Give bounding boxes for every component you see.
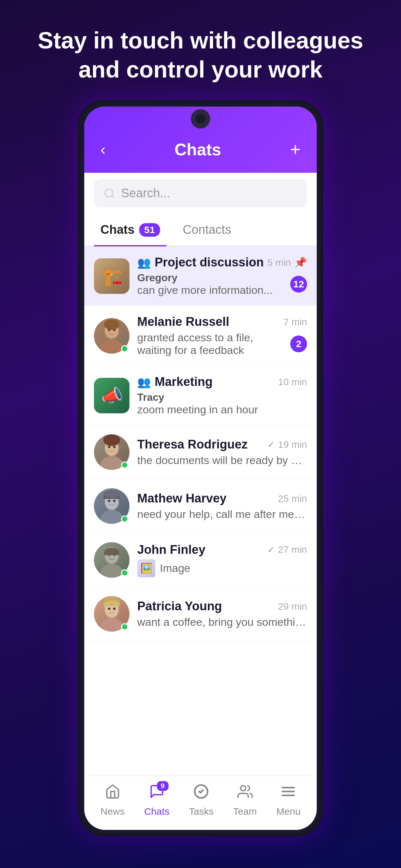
tab-chats[interactable]: Chats 51 xyxy=(94,214,166,246)
svg-point-8 xyxy=(104,319,120,330)
chat-name: Marketing xyxy=(155,375,212,389)
svg-point-12 xyxy=(108,446,111,448)
back-button[interactable]: ‹ xyxy=(100,141,105,158)
svg-point-23 xyxy=(100,564,123,578)
chat-name-row: 👥 Marketing xyxy=(137,375,212,389)
chat-header-row: Mathew Harvey 25 min xyxy=(137,492,307,505)
chats-badge: 51 xyxy=(139,223,160,237)
nav-label-tasks: Tasks xyxy=(189,806,214,817)
image-preview-icon: 🖼️ xyxy=(137,559,155,578)
chat-time: 5 min 📌 xyxy=(267,256,307,269)
chat-time: ✓ 27 min xyxy=(267,544,307,555)
chat-item[interactable]: Theresa Rodriguez ✓ 19 min the documents… xyxy=(84,425,317,479)
chat-time: ✓ 19 min xyxy=(267,439,307,450)
avatar-wrapper xyxy=(94,488,129,524)
svg-point-35 xyxy=(241,786,246,791)
svg-point-21 xyxy=(103,490,120,498)
chat-content: 👥 Project discussion 5 min 📌 Gregory can… xyxy=(137,255,307,297)
svg-point-31 xyxy=(108,608,111,610)
chat-message: can give more information... xyxy=(137,284,273,297)
avatar-wrapper xyxy=(94,542,129,578)
hero-title: Stay in touch with colleagues and contro… xyxy=(26,26,375,84)
nav-item-tasks[interactable]: Tasks xyxy=(189,784,214,817)
nav-label-menu: Menu xyxy=(276,806,301,817)
phone-frame: ‹ Chats + Search... Chats 51 Contacts xyxy=(78,100,323,836)
online-indicator xyxy=(121,623,128,630)
chat-name: Theresa Rodriguez xyxy=(137,438,248,452)
svg-point-32 xyxy=(113,608,116,610)
unread-badge: 12 xyxy=(290,276,307,292)
nav-item-menu[interactable]: Menu xyxy=(276,784,301,817)
tab-contacts[interactable]: Contacts xyxy=(176,214,238,246)
team-icon xyxy=(237,784,253,803)
chat-item[interactable]: John Finley ✓ 27 min 🖼️ Image xyxy=(84,533,317,587)
svg-point-13 xyxy=(113,446,116,448)
message-with-image: 🖼️ Image xyxy=(137,559,307,578)
svg-rect-27 xyxy=(104,551,119,555)
chat-header-row: Theresa Rodriguez ✓ 19 min xyxy=(137,438,307,452)
chat-header-row: Patricia Young 29 min xyxy=(137,599,307,613)
tabs-container: Chats 51 Contacts xyxy=(84,214,317,246)
tab-chats-label: Chats xyxy=(100,223,135,237)
search-section: Search... xyxy=(84,173,317,214)
chat-header-row: Melanie Russell 7 min xyxy=(137,315,307,329)
chat-list: 🏗️ 👥 Project discussion 5 min 📌 xyxy=(84,246,317,776)
chat-content: Mathew Harvey 25 min need your help, cal… xyxy=(137,492,307,521)
nav-item-team[interactable]: Team xyxy=(233,784,257,817)
nav-label-team: Team xyxy=(233,806,257,817)
chat-item[interactable]: 📣 👥 Marketing 10 min Tracy zoom meeting … xyxy=(84,366,317,425)
time-value: 5 min xyxy=(267,257,291,268)
chats-nav-badge: 9 xyxy=(157,781,168,791)
nav-label-chats: Chats xyxy=(144,806,169,817)
sub-name: Gregory xyxy=(137,272,273,284)
group-icon: 👥 xyxy=(137,376,151,389)
chat-content: John Finley ✓ 27 min 🖼️ Image xyxy=(137,543,307,578)
menu-icon xyxy=(281,784,296,803)
chat-name: John Finley xyxy=(137,543,205,557)
chat-item[interactable]: Patricia Young 29 min want a coffee, bri… xyxy=(84,587,317,641)
chat-time: 7 min xyxy=(283,316,307,328)
svg-point-14 xyxy=(103,434,120,446)
chat-message: zoom meeting in an hour xyxy=(137,403,307,416)
chat-content: Melanie Russell 7 min granted access to … xyxy=(137,315,307,356)
chat-header-row: John Finley ✓ 27 min xyxy=(137,543,307,557)
chat-item[interactable]: Mathew Harvey 25 min need your help, cal… xyxy=(84,479,317,533)
header-title: Chats xyxy=(174,140,221,159)
avatar: 🏗️ xyxy=(94,258,129,294)
chat-time: 25 min xyxy=(278,493,307,504)
svg-point-18 xyxy=(108,500,111,502)
svg-point-29 xyxy=(100,618,123,631)
avatar-wrapper xyxy=(94,596,129,631)
chat-item[interactable]: 🏗️ 👥 Project discussion 5 min 📌 xyxy=(84,246,317,306)
time-value: 27 min xyxy=(278,544,307,555)
chat-message: granted access to a file, waiting for a … xyxy=(137,331,260,356)
read-check-icon: ✓ xyxy=(267,439,275,450)
chat-time: 29 min xyxy=(278,601,307,612)
home-icon xyxy=(105,784,120,803)
chat-sub-message: Gregory can give more information... xyxy=(137,272,273,297)
chat-name: Patricia Young xyxy=(137,599,222,613)
nav-item-news[interactable]: News xyxy=(100,784,125,817)
bottom-navigation: News 9 Chats Tasks xyxy=(84,776,317,830)
chat-name: Mathew Harvey xyxy=(137,492,227,505)
chat-header-row: 👥 Project discussion 5 min 📌 xyxy=(137,255,307,269)
svg-point-2 xyxy=(100,340,123,353)
camera-notch xyxy=(191,109,210,128)
svg-point-19 xyxy=(113,500,116,502)
new-chat-button[interactable]: + xyxy=(290,139,301,160)
read-check-icon: ✓ xyxy=(267,545,275,555)
tab-contacts-label: Contacts xyxy=(183,223,231,237)
chat-item[interactable]: Melanie Russell 7 min granted access to … xyxy=(84,306,317,366)
sub-name: Tracy xyxy=(137,392,307,403)
chat-content: 👥 Marketing 10 min Tracy zoom meeting in… xyxy=(137,375,307,416)
avatar-wrapper: 🏗️ xyxy=(94,258,129,294)
chat-icon: 9 xyxy=(149,784,165,803)
chat-name: Melanie Russell xyxy=(137,315,229,329)
nav-item-chats[interactable]: 9 Chats xyxy=(144,784,169,817)
search-bar[interactable]: Search... xyxy=(94,179,307,207)
avatar-wrapper xyxy=(94,434,129,470)
online-indicator xyxy=(121,461,128,469)
chat-content: Theresa Rodriguez ✓ 19 min the documents… xyxy=(137,438,307,467)
hero-section: Stay in touch with colleagues and contro… xyxy=(0,0,401,100)
chat-message: need your help, call me after meeting xyxy=(137,508,307,521)
